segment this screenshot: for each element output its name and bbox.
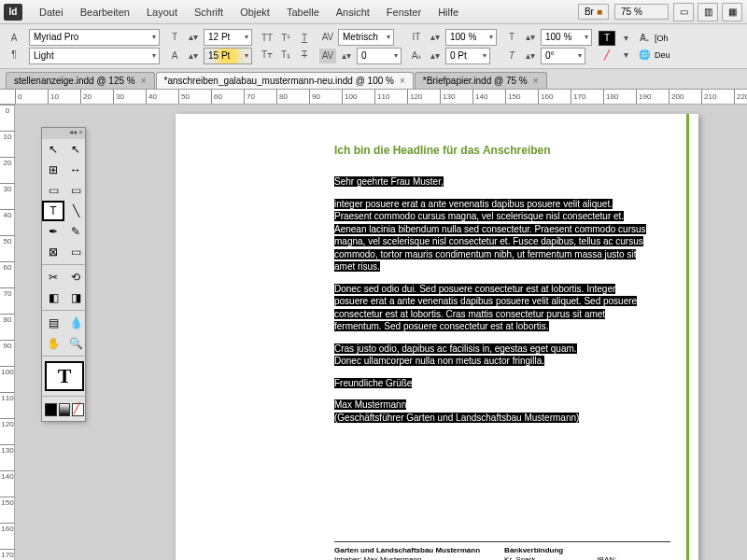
vertical-ruler[interactable]: 0102030405060708090100110120130140150160… — [0, 105, 15, 560]
rectangle-frame-tool[interactable]: ⊠ — [42, 242, 64, 262]
stepper-icon[interactable]: ▴▾ — [522, 30, 539, 45]
font-size-icon: T — [166, 30, 183, 45]
stepper-icon[interactable]: ▴▾ — [427, 30, 444, 45]
vscale-dropdown[interactable]: 100 % — [445, 29, 497, 46]
leading-icon: A — [166, 49, 183, 63]
lang-icon: 🌐 — [636, 48, 653, 63]
menu-ansicht[interactable]: Ansicht — [329, 3, 377, 21]
menu-objekt[interactable]: Objekt — [233, 3, 277, 21]
strike-icon[interactable]: T — [296, 48, 313, 63]
tracking-icon: AV — [319, 49, 336, 63]
selected-text: Sehr geehrte Frau Muster, — [334, 176, 444, 187]
menu-layout[interactable]: Layout — [139, 3, 185, 21]
kerning-dropdown[interactable]: Metrisch — [338, 29, 394, 46]
menu-bar: Id Datei Bearbeiten Layout Schrift Objek… — [0, 0, 747, 24]
fill-icon[interactable]: T — [599, 31, 615, 46]
stepper-icon[interactable]: ▴▾ — [185, 49, 202, 63]
selected-text: Donec sed odio dui. Sed posuere consecte… — [334, 284, 637, 332]
stepper-icon[interactable]: ▴▾ — [338, 49, 355, 63]
selected-text: integer posuere erat a ante venenatis da… — [334, 199, 646, 273]
zoom-tool[interactable]: 🔍 — [64, 333, 87, 354]
tab-anschreiben[interactable]: *anschreiben_galabau_mustermann-neu.indd… — [156, 72, 414, 89]
tools-panel[interactable]: ◂◂ × ↖ ↖ ⊞ ↔ ▭ ▭ T ╲ ✒ ✎ ⊠ ▭ ✂ ⟲ ◧ ◨ ▤ — [41, 127, 86, 422]
selection-tool[interactable]: ↖ — [42, 139, 64, 160]
bridge-button[interactable]: Br■ — [578, 4, 609, 20]
selected-text: Freundliche Grüße — [334, 378, 412, 388]
underline-icon[interactable]: T — [296, 31, 313, 46]
hand-tool[interactable]: ✋ — [42, 333, 64, 354]
document-canvas[interactable]: Ich bin die Headline für das Anschreiben… — [15, 105, 747, 560]
para-format-icon[interactable]: ¶ — [6, 48, 22, 63]
fill-stroke-indicator[interactable]: T — [45, 361, 84, 391]
screen-mode-icon[interactable]: ▥ — [698, 3, 718, 21]
menu-tabelle[interactable]: Tabelle — [279, 3, 327, 21]
skew-dropdown[interactable]: 0° — [541, 48, 585, 64]
rectangle-tool[interactable]: ▭ — [64, 242, 87, 262]
apply-none-icon[interactable]: ╱ — [72, 403, 84, 416]
horizontal-ruler[interactable]: 0102030405060708090100110120130140150160… — [0, 90, 747, 105]
document-tabs: stellenanzeige.indd @ 125 %× *anschreibe… — [0, 69, 747, 90]
apply-gradient-icon[interactable] — [59, 403, 71, 416]
stepper-icon[interactable]: ▴▾ — [427, 49, 444, 63]
tab-stellenanzeige[interactable]: stellenanzeige.indd @ 125 %× — [6, 72, 155, 89]
menu-datei[interactable]: Datei — [32, 3, 71, 21]
green-accent-line — [686, 114, 689, 560]
menu-fenster[interactable]: Fenster — [379, 3, 429, 21]
menu-hilfe[interactable]: Hilfe — [430, 3, 466, 21]
font-size-dropdown[interactable]: 12 Pt — [204, 29, 252, 46]
view-mode-icon[interactable]: ▭ — [673, 3, 694, 21]
baseline-dropdown[interactable]: 0 Pt — [445, 48, 490, 64]
control-panel: A ¶ Myriad Pro Light T▴▾12 Pt A▴▾15 Pt T… — [0, 24, 747, 69]
tracking-dropdown[interactable]: 0 — [357, 48, 402, 64]
selected-text: Cras justo odio, dapibus ac facilisis in… — [334, 343, 577, 354]
stepper-icon[interactable]: ▴▾ — [185, 30, 202, 45]
note-tool[interactable]: ▤ — [42, 313, 64, 333]
direct-selection-tool[interactable]: ↖ — [64, 139, 87, 160]
content-placer-tool[interactable]: ▭ — [64, 180, 87, 201]
kerning-icon: AV — [319, 30, 336, 45]
text-frame[interactable]: Ich bin die Headline für das Anschreiben… — [334, 144, 652, 424]
gap-tool[interactable]: ↔ — [64, 160, 87, 180]
eyedropper-tool[interactable]: 💧 — [64, 313, 87, 333]
close-icon[interactable]: × — [141, 76, 147, 86]
panel-collapse-icon[interactable]: ◂◂ × — [42, 128, 85, 139]
selected-text: Max Mustermann — [334, 399, 406, 410]
selected-text: (Geschäftsführer Garten und Landschaftsb… — [334, 413, 579, 423]
hscale-dropdown[interactable]: 100 % — [541, 29, 592, 46]
page-tool[interactable]: ⊞ — [42, 160, 64, 180]
baseline-icon: Aₐ — [408, 49, 425, 63]
free-transform-tool[interactable]: ⟲ — [64, 267, 87, 287]
selected-text: Donec ullamcorper nulla non metus auctor… — [334, 356, 544, 366]
zoom-level-dropdown[interactable]: 75 % — [614, 4, 669, 20]
smallcaps-icon[interactable]: Tᴛ — [259, 48, 275, 63]
type-tool[interactable]: T — [42, 201, 64, 221]
stepper-icon[interactable]: ▴▾ — [522, 49, 539, 63]
font-family-dropdown[interactable]: Myriad Pro — [29, 29, 160, 46]
tab-briefpapier[interactable]: *Briefpapier.indd @ 75 %× — [415, 72, 547, 89]
stroke-icon[interactable]: ╱ — [599, 48, 615, 63]
close-icon[interactable]: × — [400, 76, 405, 86]
subscript-icon[interactable]: T₁ — [277, 48, 294, 63]
pencil-tool[interactable]: ✎ — [64, 221, 87, 242]
headline-text: Ich bin die Headline für das Anschreiben — [334, 144, 652, 157]
close-icon[interactable]: × — [533, 76, 539, 86]
menu-bearbeiten[interactable]: Bearbeiten — [73, 3, 137, 21]
char-format-icon[interactable]: A — [6, 31, 22, 46]
scissors-tool[interactable]: ✂ — [42, 267, 64, 287]
superscript-icon[interactable]: T¹ — [277, 31, 294, 46]
gradient-swatch-tool[interactable]: ◧ — [42, 287, 64, 308]
apply-color-icon[interactable] — [45, 403, 57, 416]
menu-schrift[interactable]: Schrift — [187, 3, 231, 21]
gradient-feather-tool[interactable]: ◨ — [64, 287, 87, 308]
page: Ich bin die Headline für das Anschreiben… — [176, 114, 698, 560]
allcaps-icon[interactable]: TT — [259, 31, 275, 46]
hscale-icon: T — [503, 30, 520, 45]
page-footer: Garten und Landschaftsbau Mustermann Inh… — [334, 541, 670, 560]
leading-dropdown[interactable]: 15 Pt — [204, 48, 252, 64]
content-collector-tool[interactable]: ▭ — [42, 180, 64, 201]
arrange-icon[interactable]: ▦ — [722, 3, 742, 21]
line-tool[interactable]: ╲ — [64, 201, 87, 221]
pen-tool[interactable]: ✒ — [42, 221, 64, 242]
char-style-icon[interactable]: A. — [636, 31, 653, 46]
font-style-dropdown[interactable]: Light — [29, 48, 160, 64]
